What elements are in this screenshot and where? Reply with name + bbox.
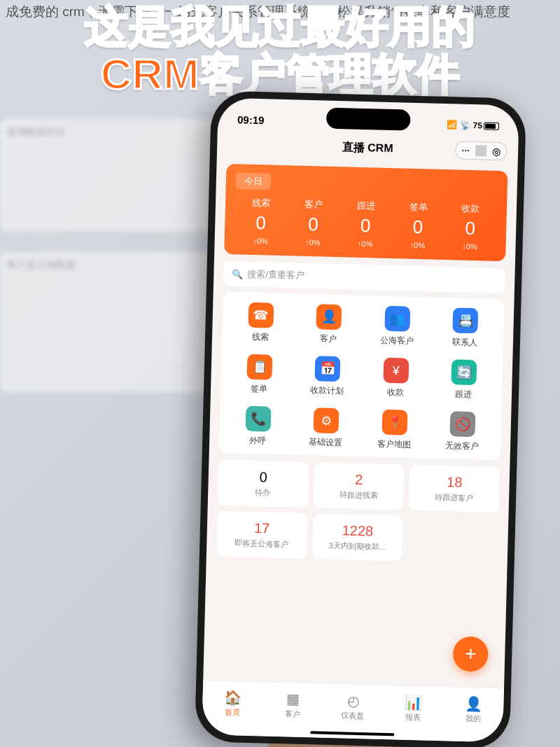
search-input[interactable]: 🔍 搜索/查重客户	[223, 261, 505, 294]
capsule-menu[interactable]: ··· ◎	[455, 141, 507, 160]
nav-actions: ··· ◎	[455, 141, 507, 160]
stat-value: 0	[223, 468, 304, 487]
stat-value: 1228	[316, 522, 398, 540]
close-target-icon[interactable]: ◎	[486, 146, 506, 158]
metric-3[interactable]: 签单0↑0%	[391, 200, 445, 250]
app-item-签单[interactable]: 📋签单	[225, 354, 294, 396]
app-label: 跟进	[455, 389, 472, 401]
metric-delta: ↑0%	[234, 236, 287, 246]
metric-0[interactable]: 线索0↑0%	[234, 196, 288, 246]
app-icon: 📋	[246, 354, 272, 380]
metric-value: 0	[287, 213, 340, 236]
tab-label: 首页	[225, 707, 240, 718]
tab-icon: 👤	[465, 695, 483, 713]
app-grid: ☎线索👤客户👥公海客户📇联系人📋签单📅收款计划¥收款🔄跟进📞外呼⚙基础设置📍客户…	[219, 292, 505, 460]
stat-value: 18	[414, 473, 496, 491]
metric-1[interactable]: 客户0↑0%	[286, 197, 340, 247]
stat-card-2[interactable]: 18待跟进客户	[409, 465, 500, 512]
app-icon: 👤	[316, 304, 342, 330]
app-icon: 👥	[384, 306, 410, 332]
app-label: 外呼	[249, 435, 266, 447]
stat-card-1[interactable]: 2待跟进线索	[313, 462, 404, 510]
app-item-基础设置[interactable]: ⚙基础设置	[291, 407, 360, 449]
app-item-收款[interactable]: ¥收款	[361, 357, 430, 400]
tab-icon: ◴	[347, 692, 360, 709]
tab-icon: 🏠	[224, 689, 242, 706]
metric-2[interactable]: 跟进0↑0%	[339, 199, 393, 249]
app-icon: ¥	[383, 358, 409, 384]
stat-card-0[interactable]: 0待办	[218, 460, 309, 508]
metric-label: 客户	[288, 197, 340, 211]
app-item-客户地图[interactable]: 📍客户地图	[360, 409, 429, 452]
bg-panel-1: 新增数据对比	[0, 119, 238, 231]
tab-label: 仪表盘	[341, 710, 364, 721]
app-label: 客户	[320, 333, 337, 345]
nav-title: 直播 CRM	[342, 140, 393, 156]
app-icon: 🚫	[450, 411, 476, 437]
app-icon: 🔄	[451, 359, 477, 385]
app-item-公海客户[interactable]: 👥公海客户	[363, 305, 432, 348]
metric-label: 线索	[235, 196, 288, 210]
status-time: 09:19	[237, 113, 265, 126]
metrics-row: 线索0↑0%客户0↑0%跟进0↑0%签单0↑0%收款0↓0%	[234, 196, 498, 251]
metric-4[interactable]: 收款0↓0%	[444, 202, 498, 251]
stat-card-3[interactable]: 17即将丢公海客户	[216, 511, 307, 559]
app-item-收款计划[interactable]: 📅收款计划	[293, 355, 362, 398]
battery-icon: 75	[473, 120, 500, 131]
search-placeholder: 搜索/查重客户	[247, 268, 304, 282]
app-icon: 📞	[245, 406, 271, 432]
stat-label: 即将丢公海客户	[220, 538, 302, 550]
metric-delta: ↑0%	[286, 237, 339, 247]
stat-value: 2	[318, 470, 400, 489]
app-label: 联系人	[452, 336, 477, 349]
tab-icon: ▦	[286, 690, 300, 707]
today-metrics-card: 今日 线索0↑0%客户0↑0%跟进0↑0%签单0↑0%收款0↓0%	[224, 164, 507, 261]
stat-value: 17	[221, 519, 303, 538]
headline: 这是我见过最好用的 CRM客户管理软件	[0, 0, 560, 98]
wifi-icon: 📡	[460, 120, 470, 130]
metric-delta: ↓0%	[444, 242, 496, 251]
app-icon: 📍	[382, 410, 407, 435]
app-item-客户[interactable]: 👤客户	[294, 304, 363, 347]
more-icon[interactable]: ···	[456, 144, 475, 156]
app-icon: ⚙	[314, 407, 340, 433]
stats-grid: 0待办2待跟进线索18待跟进客户17即将丢公海客户12283天内到期收款...	[216, 460, 500, 564]
app-item-联系人[interactable]: 📇联系人	[430, 307, 500, 350]
app-label: 公海客户	[380, 335, 414, 347]
app-label: 线索	[252, 331, 269, 344]
tab-label: 我的	[465, 713, 481, 725]
tab-客户[interactable]: ▦客户	[262, 682, 324, 727]
today-chip[interactable]: 今日	[236, 172, 272, 190]
metric-value: 0	[234, 211, 288, 235]
metric-delta: ↑0%	[391, 240, 444, 250]
tab-报表[interactable]: 📊报表	[382, 685, 444, 731]
headline-line1: 这是我见过最好用的	[0, 3, 560, 50]
app-label: 签单	[251, 383, 267, 396]
stat-label: 待跟进线索	[318, 489, 400, 501]
fab-add-button[interactable]: +	[453, 636, 489, 672]
app-item-线索[interactable]: ☎线索	[226, 302, 295, 344]
bg-panel-2: 客户及公海数据	[0, 252, 238, 392]
app-item-跟进[interactable]: 🔄跟进	[429, 359, 498, 402]
app-item-外呼[interactable]: 📞外呼	[223, 405, 293, 448]
metric-value: 0	[339, 214, 392, 237]
tab-仪表盘[interactable]: ◴仪表盘	[322, 684, 384, 729]
tab-icon: 📊	[405, 694, 423, 711]
phone-frame: 09:19 📶 📡 75 直播 CRM ··· ◎ 今日	[195, 90, 526, 747]
metric-label: 跟进	[340, 199, 392, 213]
battery-pct: 75	[473, 120, 483, 130]
stat-label: 3天内到期收款...	[316, 540, 398, 552]
stat-label: 待跟进客户	[413, 491, 495, 504]
app-icon: 📅	[315, 356, 341, 382]
phone-screen: 09:19 📶 📡 75 直播 CRM ··· ◎ 今日	[202, 98, 519, 743]
tab-我的[interactable]: 👤我的	[442, 687, 504, 732]
metric-label: 签单	[392, 200, 444, 214]
app-label: 收款	[387, 386, 404, 399]
app-item-无效客户[interactable]: 🚫无效客户	[428, 411, 497, 454]
stat-card-4[interactable]: 12283天内到期收款...	[312, 513, 402, 561]
app-icon: ☎	[248, 302, 274, 328]
metric-value: 0	[444, 217, 497, 240]
metric-label: 收款	[444, 202, 497, 216]
app-label: 客户地图	[377, 438, 411, 451]
tab-首页[interactable]: 🏠首页	[202, 680, 264, 726]
